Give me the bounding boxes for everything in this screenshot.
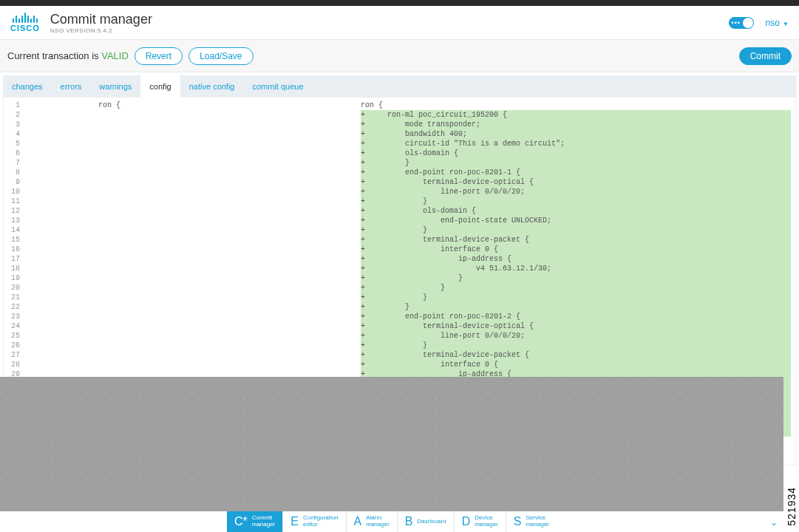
nav-device-manager[interactable]: D Devicemanager: [454, 511, 506, 532]
nav-label: Configurationeditor: [303, 515, 339, 528]
toggle-dots-icon: •••: [729, 19, 741, 27]
nav-alarm-manager[interactable]: A Alarmmanager: [346, 511, 397, 532]
tab-warnings[interactable]: warnings: [90, 75, 140, 98]
nav-letter: C*: [234, 515, 248, 528]
page-title: Commit manager: [50, 12, 152, 27]
nav-configuration-editor[interactable]: E Configurationeditor: [282, 511, 345, 532]
bottom-nav: C* Commitmanager E Configurationeditor A…: [0, 511, 783, 532]
tab-errors[interactable]: errors: [52, 75, 91, 98]
load-save-button[interactable]: Load/Save: [188, 47, 253, 65]
nav-letter: E: [290, 515, 299, 528]
browser-chrome-bar: [0, 0, 799, 6]
nav-letter: D: [462, 515, 471, 528]
nav-service-manager[interactable]: S Servicemanager: [506, 511, 557, 532]
header-actions: ••• nso ▼: [729, 17, 789, 29]
nav-expand-chevron-icon[interactable]: ⌄: [770, 517, 778, 528]
cisco-logo: CISCO: [10, 13, 40, 33]
app-header: CISCO Commit manager NSO VERSION:5.4.2 •…: [0, 6, 799, 40]
nso-version: NSO VERSION:5.4.2: [50, 27, 152, 34]
status-prefix: Current transaction is: [7, 50, 101, 61]
background-pattern: [0, 377, 783, 532]
nav-letter: B: [405, 515, 413, 528]
nav-label: Dashboard: [418, 519, 446, 525]
right-open: ron {: [361, 101, 383, 109]
nav-letter: A: [354, 515, 362, 528]
tab-commit-queue[interactable]: commit queue: [243, 75, 312, 98]
logo-text: CISCO: [10, 24, 40, 33]
user-name: nso: [766, 18, 780, 28]
transaction-status: Current transaction is VALID: [7, 50, 129, 61]
tab-changes[interactable]: changes: [3, 75, 52, 98]
status-value: VALID: [101, 50, 129, 61]
transaction-bar: Current transaction is VALID Revert Load…: [0, 40, 799, 72]
toggle-knob: [743, 18, 753, 28]
chevron-down-icon: ▼: [781, 21, 789, 27]
nav-letter: S: [514, 515, 522, 528]
commit-button[interactable]: Commit: [739, 47, 792, 65]
user-menu[interactable]: nso ▼: [766, 18, 789, 28]
nav-commit-manager[interactable]: C* Commitmanager: [227, 511, 282, 532]
nav-label: Commitmanager: [252, 515, 276, 528]
figure-reference-number: 521934: [786, 487, 798, 526]
nav-label: Alarmmanager: [366, 515, 390, 528]
nav-dashboard[interactable]: B Dashboard: [397, 511, 454, 532]
nav-label: Devicemanager: [475, 515, 498, 528]
logo-bars-icon: [13, 13, 38, 23]
nav-label: Servicemanager: [526, 515, 549, 528]
tabs-bar: changes errors warnings config native co…: [3, 75, 796, 98]
revert-button[interactable]: Revert: [135, 47, 183, 65]
tab-native-config[interactable]: native config: [180, 75, 244, 98]
tab-config[interactable]: config: [140, 75, 180, 98]
header-toggle[interactable]: •••: [729, 17, 754, 29]
left-open: ron {: [98, 101, 120, 109]
title-block: Commit manager NSO VERSION:5.4.2: [50, 12, 152, 34]
